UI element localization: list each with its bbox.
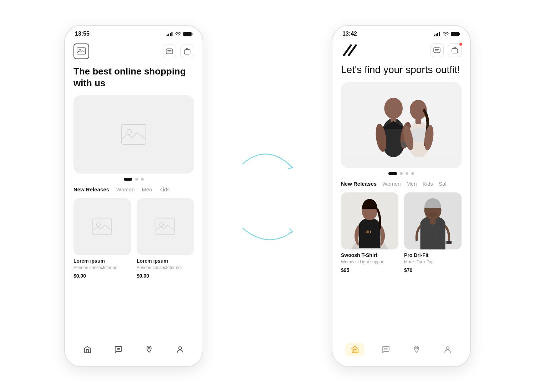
product-name-1-left: Lorem ipsum <box>73 258 131 264</box>
svg-rect-14 <box>93 219 112 234</box>
svg-rect-26 <box>439 32 440 36</box>
svg-point-72 <box>416 347 418 349</box>
svg-rect-5 <box>192 33 193 35</box>
product-card-1-right[interactable]: RU Swoosh T-Shirt Women's Light support … <box>341 192 398 337</box>
banner-right[interactable] <box>341 82 462 168</box>
svg-rect-1 <box>168 33 169 36</box>
svg-point-62 <box>431 242 432 243</box>
product-card-1-left[interactable]: Lorem ipsum Aenean consectetur odi $0.00 <box>73 198 131 337</box>
svg-point-18 <box>117 349 118 349</box>
dot-3-left[interactable] <box>141 178 144 181</box>
dot-1-left[interactable] <box>124 178 132 181</box>
svg-rect-45 <box>416 118 421 124</box>
nav-chat-right[interactable] <box>376 343 396 356</box>
svg-rect-53 <box>352 248 388 249</box>
arrow-bottom <box>239 200 296 264</box>
athlete-banner-svg <box>341 82 462 168</box>
svg-rect-68 <box>452 241 452 244</box>
svg-point-57 <box>432 226 433 227</box>
svg-point-13 <box>127 129 132 134</box>
bottom-nav-left <box>65 337 203 366</box>
product-img-2-icon <box>404 192 462 249</box>
svg-rect-63 <box>430 220 436 225</box>
svg-rect-31 <box>434 48 440 53</box>
nav-home-left[interactable] <box>78 343 97 356</box>
svg-rect-2 <box>170 33 171 36</box>
status-bar-right: 13:42 <box>332 26 470 40</box>
svg-point-37 <box>384 98 403 119</box>
tab-women-left[interactable]: Women <box>116 186 134 192</box>
nav-chat-left[interactable] <box>109 343 128 356</box>
app-header-right <box>332 40 470 62</box>
product-price-2-right: $70 <box>404 267 462 273</box>
svg-rect-28 <box>459 33 460 35</box>
svg-point-60 <box>427 237 428 237</box>
chat-icon-left <box>114 345 123 354</box>
cart-icon-left <box>184 48 191 55</box>
product-img-placeholder-1-icon <box>92 218 112 235</box>
menu-button-right[interactable] <box>430 43 444 57</box>
banner-left[interactable] <box>73 95 194 174</box>
svg-rect-67 <box>446 241 447 244</box>
svg-point-17 <box>160 223 164 227</box>
cart-button-right[interactable] <box>448 43 462 57</box>
menu-icon-right <box>433 47 440 53</box>
time-left: 13:55 <box>75 31 90 37</box>
nav-profile-right[interactable] <box>438 343 457 356</box>
wifi-icon-left <box>175 32 181 36</box>
product-card-2-left[interactable]: Lorem ipsum Aenean consectetur odi $0.00 <box>137 198 194 337</box>
dot-2-left[interactable] <box>135 178 138 181</box>
svg-point-22 <box>179 347 182 350</box>
carousel-dots-left <box>65 174 203 184</box>
tab-new-releases-right[interactable]: New Releases <box>341 181 377 187</box>
svg-rect-8 <box>166 49 173 54</box>
tab-men-left[interactable]: Men <box>142 186 152 192</box>
svg-rect-34 <box>452 48 458 53</box>
tab-sale-right[interactable]: Sal <box>439 181 447 187</box>
svg-rect-0 <box>167 35 168 36</box>
status-icons-left <box>167 32 193 36</box>
banner-img-placeholder-icon <box>121 124 146 145</box>
nav-profile-left[interactable] <box>170 343 190 356</box>
product-desc-1-left: Aenean consectetur odi <box>73 265 131 270</box>
svg-rect-27 <box>451 32 459 36</box>
tab-kids-left[interactable]: Kids <box>159 186 170 192</box>
nav-home-right[interactable] <box>345 343 365 356</box>
product-name-2-right: Pro Dri-Fit <box>404 252 462 258</box>
svg-point-19 <box>118 349 119 349</box>
product-desc-2-left: Aenean consectetur odi <box>137 265 194 270</box>
tab-men-right[interactable]: Men <box>407 181 417 187</box>
svg-point-65 <box>429 212 437 217</box>
tab-new-releases-left[interactable]: New Releases <box>73 186 109 192</box>
arrows-container <box>239 107 296 285</box>
menu-button-left[interactable] <box>163 45 176 58</box>
notification-dot-right <box>459 42 463 46</box>
phone-right: 13:42 <box>332 25 471 367</box>
product-price-2-left: $0.00 <box>137 273 194 279</box>
profile-icon-right <box>443 345 452 354</box>
dot-2-right[interactable] <box>400 172 403 175</box>
svg-rect-4 <box>184 32 192 36</box>
signal-icon-left <box>167 32 173 36</box>
tab-kids-right[interactable]: Kids <box>423 181 433 187</box>
nav-location-left[interactable] <box>139 343 159 356</box>
svg-point-58 <box>436 233 437 234</box>
dot-1-right[interactable] <box>388 172 397 175</box>
tab-women-right[interactable]: Women <box>382 181 401 187</box>
nav-location-right[interactable] <box>407 343 426 356</box>
category-tabs-left: New Releases Women Men Kids <box>65 184 203 198</box>
battery-icon-right <box>451 32 460 36</box>
dot-3-right[interactable] <box>406 172 408 175</box>
svg-point-15 <box>97 223 101 227</box>
product-name-2-left: Lorem ipsum <box>137 258 194 264</box>
product-image-1-left <box>73 198 131 255</box>
arrow-top <box>239 135 296 200</box>
cart-button-left[interactable] <box>180 45 194 58</box>
home-icon-left <box>83 345 92 354</box>
svg-point-71 <box>387 349 387 349</box>
dot-4-right[interactable] <box>411 172 414 175</box>
product-card-2-right[interactable]: Pro Dri-Fit Man's Tank Top $70 <box>404 192 462 337</box>
brand-logo-icon <box>341 44 359 57</box>
product-image-1-right: RU <box>341 192 398 249</box>
hero-title-left: The best online shopping with us <box>73 66 194 89</box>
